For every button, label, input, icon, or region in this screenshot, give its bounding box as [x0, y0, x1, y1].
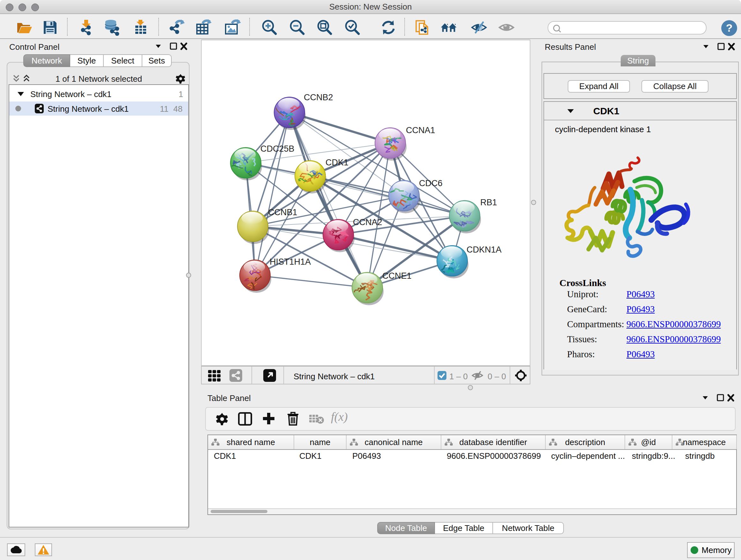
svg-text:HIST1H1A: HIST1H1A — [270, 257, 311, 266]
svg-text:?: ? — [726, 22, 733, 34]
svg-text:CCNB1: CCNB1 — [268, 207, 297, 217]
svg-text:RB1: RB1 — [480, 198, 497, 207]
svg-text:CCNB2: CCNB2 — [304, 92, 333, 102]
svg-text:CCNA1: CCNA1 — [406, 125, 435, 135]
svg-text:CDKN1A: CDKN1A — [467, 245, 502, 254]
svg-text:CDK1: CDK1 — [326, 158, 348, 167]
svg-text:CDC25B: CDC25B — [260, 144, 294, 153]
svg-text:CCNA2: CCNA2 — [353, 217, 382, 227]
svg-text:CCNE1: CCNE1 — [382, 271, 412, 281]
svg-text:CDC6: CDC6 — [419, 179, 443, 188]
